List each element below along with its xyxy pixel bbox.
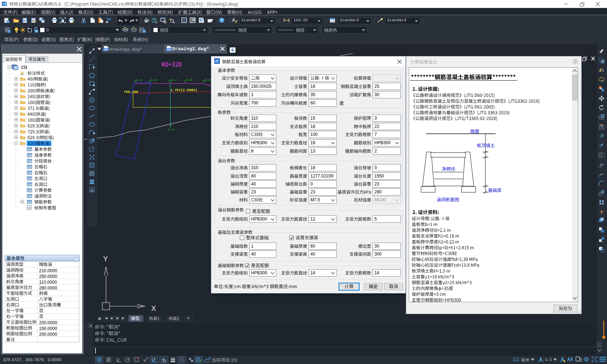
svg-text:37.44: 37.44 bbox=[167, 129, 175, 131]
svg-text:39.12: 39.12 bbox=[170, 79, 177, 82]
svg-text:38.59: 38.59 bbox=[150, 79, 157, 82]
svg-text:0.0: 0.0 bbox=[514, 359, 518, 361]
svg-text:?: ? bbox=[221, 18, 223, 22]
svg-text:A: A bbox=[90, 188, 93, 192]
svg-text:Y: Y bbox=[103, 255, 108, 263]
svg-text:39.92: 39.92 bbox=[204, 79, 211, 82]
svg-text:38.12: 38.12 bbox=[135, 79, 143, 82]
svg-text:X: X bbox=[151, 304, 156, 312]
svg-text:DWG: DWG bbox=[103, 49, 109, 51]
svg-text:DWG: DWG bbox=[166, 49, 171, 51]
svg-text:40.08: 40.08 bbox=[186, 79, 193, 82]
